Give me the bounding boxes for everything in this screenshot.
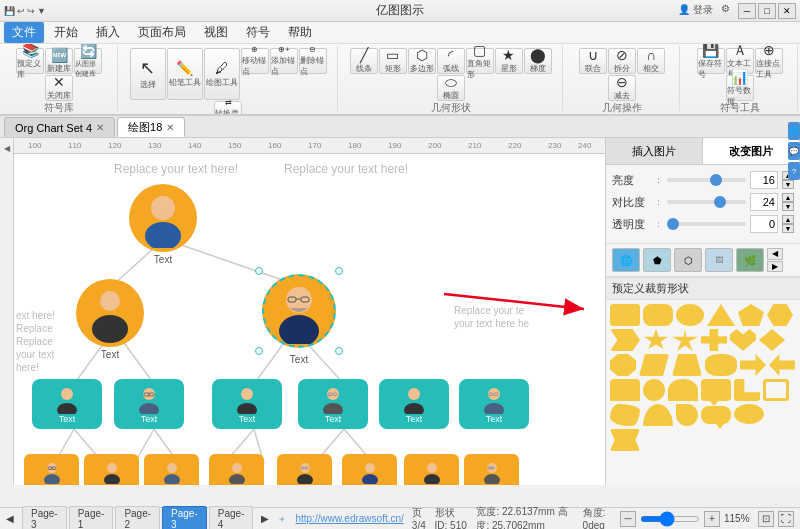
canvas-area[interactable]: 100 110 120 130 140 150 160 170 180 190 … [14, 138, 605, 485]
rect-button[interactable]: ▭ 矩形 [379, 48, 407, 74]
side-icon-2[interactable]: 💬 [788, 142, 800, 160]
shape-thought-bubble[interactable] [734, 404, 764, 424]
shape-circle[interactable] [643, 379, 665, 401]
insert-image-tab[interactable]: 插入图片 [606, 138, 703, 164]
fit-page-button[interactable]: ⊡ [758, 511, 774, 527]
side-icon-3[interactable]: ? [788, 162, 800, 180]
page-nav-next[interactable]: ▶ [261, 513, 269, 524]
opacity-up[interactable]: ▲ [782, 215, 794, 224]
image-thumb-2[interactable]: ⬟ [643, 248, 671, 272]
menu-file[interactable]: 文件 [4, 22, 44, 43]
opacity-slider[interactable] [667, 222, 746, 226]
contrast-down[interactable]: ▼ [782, 202, 794, 211]
shape-chevron[interactable] [610, 329, 640, 351]
thumb-scroll-left[interactable]: ◀ [767, 248, 783, 260]
contrast-up[interactable]: ▲ [782, 193, 794, 202]
page-nav-prev[interactable]: ◀ [6, 513, 14, 524]
subtract-button[interactable]: ⊖ 减去 [608, 75, 636, 101]
pencil-tool-button[interactable]: ✏️ 铅笔工具 [167, 48, 203, 100]
image-thumb-3[interactable]: ⬡ [674, 248, 702, 272]
shape-heart[interactable] [730, 329, 756, 351]
union-button[interactable]: ∪ 联合 [579, 48, 607, 74]
canvas-content[interactable]: Replace your text here! Replace your tex… [14, 154, 605, 485]
shape-speech-bubble[interactable] [701, 406, 731, 424]
tab-org-chart-close[interactable]: ✕ [96, 122, 104, 133]
star-button[interactable]: ★ 星形 [495, 48, 523, 74]
gradient-button[interactable]: ⬤ 梯度 [524, 48, 552, 74]
fullscreen-button[interactable]: ⛶ [778, 511, 794, 527]
contrast-spinner[interactable]: ▲ ▼ [782, 193, 794, 211]
tab-drawing-18-close[interactable]: ✕ [166, 122, 174, 133]
menu-page-layout[interactable]: 页面布局 [130, 22, 194, 43]
close-button[interactable]: ✕ [778, 3, 796, 19]
del-anchor-button[interactable]: ⊖ 删除锚点 [299, 48, 327, 74]
shape-parallelogram[interactable] [639, 354, 669, 376]
brightness-slider[interactable] [667, 178, 746, 182]
contrast-thumb[interactable] [714, 196, 726, 208]
zoom-out-button[interactable]: ─ [620, 511, 636, 527]
ellipse-button[interactable]: ⬭ 椭圆 [437, 75, 465, 101]
menu-symbol[interactable]: 符号 [238, 22, 278, 43]
new-library-button[interactable]: 🆕 新建库 [45, 48, 73, 74]
intersect-button[interactable]: ∩ 相交 [637, 48, 665, 74]
maximize-button[interactable]: □ [758, 3, 776, 19]
page-tab-2[interactable]: Page-2 [115, 506, 160, 530]
split-button[interactable]: ⊘ 拆分 [608, 48, 636, 74]
shape-triangle[interactable] [707, 304, 735, 326]
page-tab-3-left[interactable]: Page-3 [22, 506, 67, 530]
shape-rect[interactable] [610, 304, 640, 326]
image-thumb-5[interactable]: 🌿 [736, 248, 764, 272]
brightness-thumb[interactable] [710, 174, 722, 186]
arc-button[interactable]: ◜ 弧线 [437, 48, 465, 74]
shape-wave[interactable] [610, 404, 640, 426]
save-symbol-button[interactable]: 💾 保存符号 [697, 48, 725, 74]
page-tab-4[interactable]: Page-4 [209, 506, 254, 530]
shape-ribbon[interactable] [610, 429, 640, 451]
zoom-in-button[interactable]: + [704, 511, 720, 527]
tab-drawing-18[interactable]: 绘图18 ✕ [117, 117, 185, 137]
symbol-data-button[interactable]: 📊 符号数据 [726, 75, 754, 101]
opacity-thumb[interactable] [667, 218, 679, 230]
shape-oval[interactable] [676, 304, 704, 326]
shape-star4[interactable] [643, 329, 669, 351]
shape-cross[interactable] [701, 329, 727, 351]
round-rect-button[interactable]: ▢ 直角矩形 [466, 48, 494, 74]
shape-callout[interactable] [701, 379, 731, 401]
close-library-button[interactable]: ✕ 关闭库 [45, 75, 73, 101]
opacity-down[interactable]: ▼ [782, 224, 794, 233]
shape-round-rect[interactable] [643, 304, 673, 326]
add-anchor-button[interactable]: ⊕+ 添加锚点 [270, 48, 298, 74]
minimize-button[interactable]: ─ [738, 3, 756, 19]
draw-tool-button[interactable]: 🖊 绘图工具 [204, 48, 240, 100]
level2-right-avatar[interactable] [262, 274, 336, 348]
shape-rounded-top[interactable] [668, 379, 698, 401]
menu-view[interactable]: 视图 [196, 22, 236, 43]
shape-l-shape[interactable] [734, 379, 760, 401]
shape-tab[interactable] [610, 379, 640, 401]
shape-semicircle[interactable] [643, 404, 673, 426]
menu-insert[interactable]: 插入 [88, 22, 128, 43]
shape-arrow-right[interactable] [740, 354, 766, 376]
convert-type-button[interactable]: ⇄ 转换类型 [214, 101, 242, 116]
shape-arrow-left[interactable] [769, 354, 795, 376]
connect-point-tool-button[interactable]: ⊕ 连接点工具 [755, 48, 783, 74]
page-tab-1[interactable]: Page-1 [69, 506, 114, 530]
shape-octagon[interactable] [610, 354, 636, 376]
shape-pentagon[interactable] [738, 304, 764, 326]
page-tab-3-active[interactable]: Page-3 [162, 506, 207, 530]
image-thumb-1[interactable]: 🌐 [612, 248, 640, 272]
shape-trapezoid[interactable] [672, 354, 702, 376]
menu-start[interactable]: 开始 [46, 22, 86, 43]
shape-star5[interactable] [672, 329, 698, 351]
shape-frame[interactable] [763, 379, 789, 401]
shape-hexagon[interactable] [767, 304, 793, 326]
thumb-scroll-right[interactable]: ▶ [767, 261, 783, 273]
sidebar-expand-btn[interactable]: ◀ [1, 142, 13, 154]
shape-pie[interactable] [676, 404, 698, 426]
create-from-chart-button[interactable]: 🔄 从图形创建库 [74, 48, 102, 74]
zoom-slider[interactable] [640, 516, 700, 522]
predefined-library-button[interactable]: 📚 预定义库 [16, 48, 44, 74]
move-anchor-button[interactable]: ⊕ 移动锚点 [241, 48, 269, 74]
shape-cloud[interactable] [705, 354, 737, 376]
menu-help[interactable]: 帮助 [280, 22, 320, 43]
